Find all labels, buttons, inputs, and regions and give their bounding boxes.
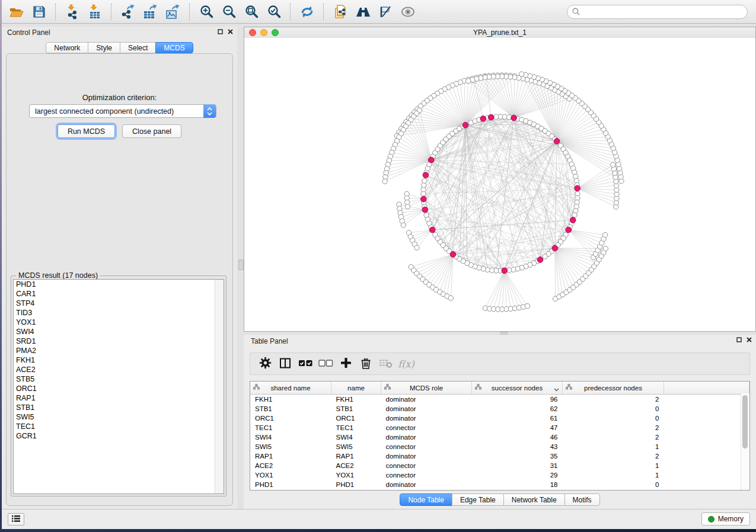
list-item[interactable]: CAR1 [14, 289, 224, 299]
column-header-name[interactable]: name [331, 382, 381, 395]
table-row[interactable]: PHD1PHD1dominator180 [250, 480, 749, 489]
close-panel-button-mcds[interactable]: Close panel [122, 124, 181, 138]
import-network-icon [65, 4, 79, 20]
list-item[interactable]: PMA2 [14, 346, 224, 355]
add-column-button[interactable] [336, 354, 356, 373]
hierarchy-icon [384, 384, 391, 391]
network-graph[interactable] [244, 38, 755, 331]
list-item[interactable]: STP4 [14, 299, 224, 308]
tab-edge-table[interactable]: Edge Table [452, 493, 504, 506]
refresh-layout-icon [299, 5, 315, 19]
delete-table-icon [379, 358, 393, 370]
criterion-select[interactable]: largest connected component (undirected) [29, 104, 216, 118]
list-item[interactable]: GCR1 [14, 431, 224, 441]
network-canvas[interactable] [244, 38, 755, 331]
table-row[interactable]: YOX1YOX1connector291 [250, 470, 749, 480]
delete-column-button[interactable] [356, 354, 376, 373]
list-item[interactable]: TID3 [14, 308, 224, 318]
column-header-predecessor-nodes[interactable]: predecessor nodes [563, 382, 664, 395]
table-row[interactable]: STB1STB1dominator620 [250, 404, 749, 414]
hierarchy-icon [475, 384, 481, 391]
column-header-successor-nodes[interactable]: successor nodes [472, 382, 563, 395]
tab-mcds[interactable]: MCDS [155, 42, 193, 53]
optimization-criterion-label: Optimization criterion: [7, 93, 232, 102]
table-scrollbar-thumb[interactable] [742, 395, 748, 448]
zoom-selected-button[interactable] [264, 2, 284, 21]
open-session-icon [9, 5, 24, 19]
table-settings-button[interactable] [255, 354, 275, 373]
search-network-button[interactable] [353, 2, 373, 21]
show-panels-button[interactable] [8, 513, 24, 525]
toolbar-separator [290, 4, 291, 20]
table-panel: Table Panel f(x) shared namenameMCDS rol… [244, 335, 756, 509]
search-input[interactable] [567, 5, 748, 19]
table-row[interactable]: ACE2ACE2connector311 [250, 461, 749, 470]
float-table-panel-button[interactable] [736, 337, 742, 342]
zoom-in-button[interactable] [196, 2, 216, 21]
export-network-button[interactable] [118, 2, 138, 21]
column-header-shared-name[interactable]: shared name [250, 382, 331, 395]
list-item[interactable]: ORC1 [14, 384, 224, 393]
show-hidden-button[interactable] [398, 2, 418, 21]
list-item[interactable]: STB1 [14, 403, 224, 412]
delete-table-button [376, 354, 396, 373]
toolbar-separator [55, 4, 56, 20]
list-item[interactable]: TEC1 [14, 422, 224, 431]
float-panel-button[interactable] [218, 29, 223, 34]
table-settings-icon [259, 356, 272, 371]
criterion-selected-value: largest connected component (undirected) [35, 107, 174, 116]
list-item[interactable]: FKH1 [14, 355, 224, 365]
splitter-grip[interactable] [238, 259, 244, 270]
import-network-button[interactable] [62, 2, 82, 21]
tab-network[interactable]: Network [46, 42, 88, 53]
list-item[interactable]: STB5 [14, 374, 224, 384]
mcds-result-title: MCDS result (17 nodes) [16, 271, 100, 280]
select-all-checkbox-button[interactable] [295, 354, 315, 373]
table-row[interactable]: RAP1RAP1dominator352 [250, 451, 749, 461]
list-item[interactable]: SWI4 [14, 327, 224, 336]
table-row[interactable]: SWI4SWI4dominator462 [250, 432, 749, 442]
export-table-button[interactable] [141, 2, 161, 21]
open-session-button[interactable] [7, 2, 27, 21]
zoom-out-button[interactable] [219, 2, 239, 21]
deselect-all-checkbox-button[interactable] [315, 354, 336, 373]
close-panel-button[interactable] [228, 29, 233, 34]
column-header-MCDS-role[interactable]: MCDS role [381, 382, 472, 395]
hide-selected-button[interactable] [375, 2, 395, 21]
zoom-fit-icon [244, 4, 259, 19]
toolbar-icon-group [5, 0, 419, 23]
list-item[interactable]: ACE2 [14, 365, 224, 374]
mcds-result-list[interactable]: PHD1CAR1STP4TID3YOX1SWI4SRD1PMA2FKH1ACE2… [13, 279, 224, 494]
table-row[interactable]: FKH1FKH1dominator962 [250, 395, 749, 405]
tab-select[interactable]: Select [120, 42, 156, 53]
function-builder-button: f(x) [396, 354, 416, 373]
clone-network-button[interactable] [330, 2, 350, 21]
list-item[interactable]: SRD1 [14, 336, 224, 346]
list-item[interactable]: RAP1 [14, 393, 224, 403]
tab-node-table[interactable]: Node Table [400, 493, 452, 506]
tab-motifs[interactable]: Motifs [564, 493, 600, 506]
close-table-panel-button[interactable] [747, 337, 752, 342]
list-item[interactable]: SWI5 [14, 412, 224, 422]
refresh-layout-button[interactable] [297, 2, 317, 21]
show-columns-button[interactable] [275, 354, 295, 373]
tab-network-table[interactable]: Network Table [503, 493, 565, 506]
table-row[interactable]: TEC1TEC1connector472 [250, 423, 749, 432]
zoom-fit-button[interactable] [241, 2, 261, 21]
list-item[interactable]: PHD1 [14, 280, 224, 289]
import-table-button[interactable] [85, 2, 105, 21]
table-scrollbar[interactable] [741, 393, 749, 490]
network-window-titlebar: YPA_prune.txt_1 [244, 27, 755, 39]
toolbar-separator [189, 4, 190, 20]
tab-style[interactable]: Style [88, 42, 120, 53]
vertical-splitter[interactable] [237, 24, 244, 509]
mcds-list-scrollbar[interactable] [215, 280, 224, 493]
save-session-button[interactable] [29, 2, 49, 21]
list-item[interactable]: YOX1 [14, 318, 224, 327]
table-row[interactable]: ORC1ORC1dominator610 [250, 414, 749, 423]
add-column-icon [340, 357, 352, 371]
memory-button[interactable]: Memory [701, 512, 750, 525]
table-row[interactable]: SWI5SWI5connector431 [250, 442, 749, 451]
run-mcds-button[interactable]: Run MCDS [58, 124, 115, 138]
export-image-button[interactable] [163, 2, 183, 21]
